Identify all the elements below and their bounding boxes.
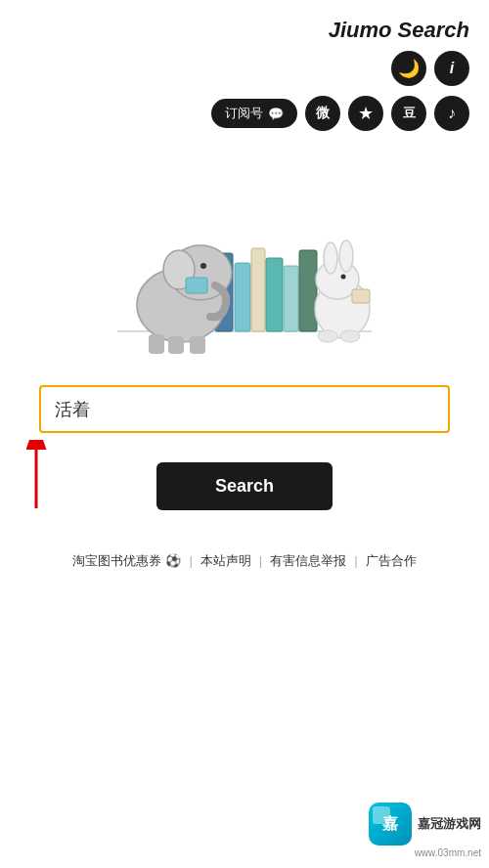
watermark: 嘉 嘉冠游戏网 www.03mm.net — [369, 803, 481, 858]
svg-point-21 — [340, 330, 360, 342]
red-arrow-annotation — [22, 440, 51, 508]
harmful-report-link[interactable]: 有害信息举报 — [270, 549, 346, 572]
svg-rect-14 — [186, 278, 207, 293]
svg-rect-13 — [190, 336, 205, 354]
svg-rect-6 — [299, 250, 317, 331]
svg-rect-12 — [168, 336, 184, 354]
svg-rect-5 — [284, 266, 298, 331]
divider-1: | — [189, 549, 192, 572]
star-icon[interactable]: ★ — [348, 96, 383, 131]
svg-rect-3 — [251, 248, 265, 331]
weibo-icon[interactable]: 微 — [305, 96, 340, 131]
svg-point-18 — [339, 240, 353, 272]
subscribe-button[interactable]: 订阅号 💬 — [211, 99, 297, 128]
watermark-logo: 嘉 — [369, 803, 412, 846]
svg-rect-22 — [352, 289, 370, 303]
svg-point-17 — [324, 242, 337, 274]
illustration-svg — [88, 160, 401, 356]
footer-links: 淘宝图书优惠券 ⚽ | 本站声明 | 有害信息举报 | 广告合作 — [0, 549, 489, 572]
svg-point-19 — [341, 275, 346, 280]
app-title: Jiumo Search — [329, 18, 469, 43]
divider-3: | — [354, 549, 357, 572]
site-declaration-link[interactable]: 本站声明 — [200, 549, 251, 572]
info-icon[interactable]: i — [434, 51, 469, 86]
header-icons: 🌙 i — [391, 51, 469, 86]
taobao-link[interactable]: 淘宝图书优惠券 — [72, 549, 161, 572]
search-button[interactable]: Search — [156, 462, 333, 510]
search-input-wrap — [39, 385, 450, 433]
douban-icon[interactable]: 豆 — [391, 96, 426, 131]
svg-rect-11 — [149, 334, 164, 354]
header: Jiumo Search 🌙 i 订阅号 💬 微 ★ 豆 ♪ — [0, 0, 489, 141]
taobao-row: 淘宝图书优惠券 ⚽ | 本站声明 | 有害信息举报 | 广告合作 — [20, 549, 469, 572]
watermark-site-name: 嘉冠游戏网 — [418, 815, 481, 833]
arrow-svg — [22, 440, 51, 508]
search-area: Search — [0, 385, 489, 510]
svg-point-20 — [318, 330, 337, 342]
music-icon[interactable]: ♪ — [434, 96, 469, 131]
svg-point-10 — [200, 263, 206, 269]
divider-2: | — [259, 549, 262, 572]
svg-rect-4 — [266, 258, 283, 331]
search-input[interactable] — [39, 385, 450, 433]
social-row: 订阅号 💬 微 ★ 豆 ♪ — [211, 96, 469, 131]
watermark-url: www.03mm.net — [415, 847, 481, 858]
svg-rect-2 — [235, 263, 250, 331]
taobao-icon: ⚽ — [165, 549, 181, 572]
dark-mode-icon[interactable]: 🌙 — [391, 51, 426, 86]
ad-cooperation-link[interactable]: 广告合作 — [366, 549, 417, 572]
illustration-area — [0, 141, 489, 385]
